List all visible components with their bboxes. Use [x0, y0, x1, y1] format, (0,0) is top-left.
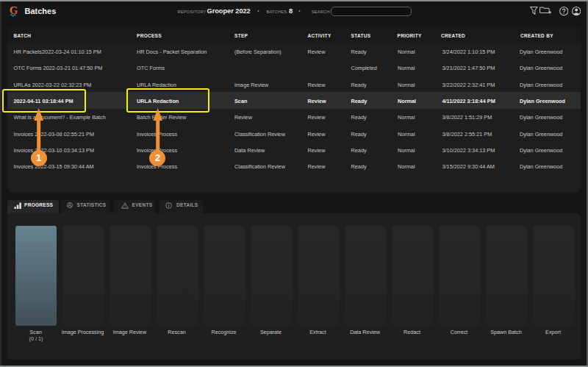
- svg-text:G: G: [10, 4, 18, 16]
